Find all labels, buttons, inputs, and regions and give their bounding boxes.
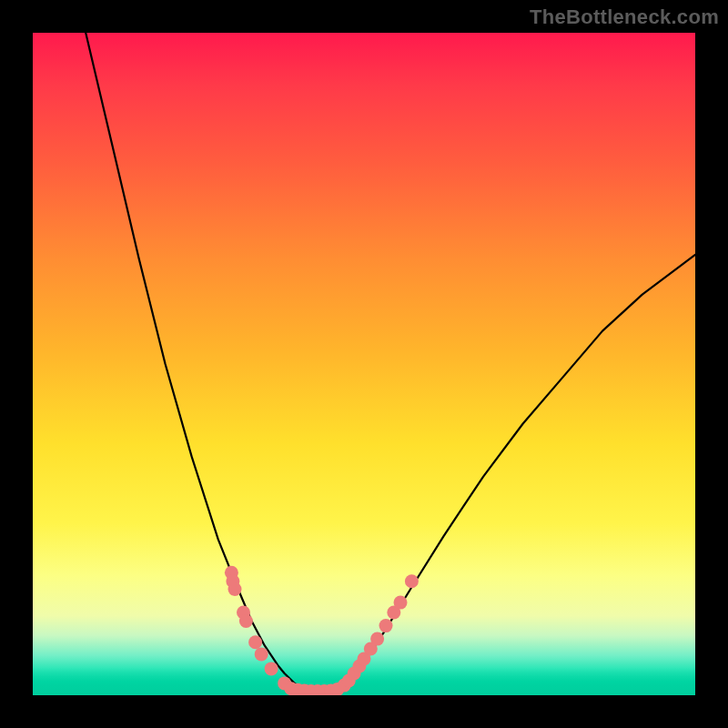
- marker-dot: [228, 582, 242, 596]
- marker-dot: [370, 632, 384, 646]
- bottleneck-curve: [86, 33, 695, 690]
- marker-dot: [248, 635, 262, 649]
- scatter-markers: [225, 566, 419, 695]
- watermark-text: TheBottleneck.com: [530, 5, 719, 29]
- marker-dot: [239, 614, 253, 628]
- marker-dot: [255, 647, 268, 661]
- chart-svg: [33, 33, 695, 695]
- marker-dot: [394, 596, 408, 610]
- marker-dot: [265, 662, 278, 675]
- marker-dot: [405, 574, 419, 588]
- chart-frame: TheBottleneck.com: [0, 0, 728, 728]
- plot-area: [33, 33, 695, 695]
- marker-dot: [379, 619, 393, 632]
